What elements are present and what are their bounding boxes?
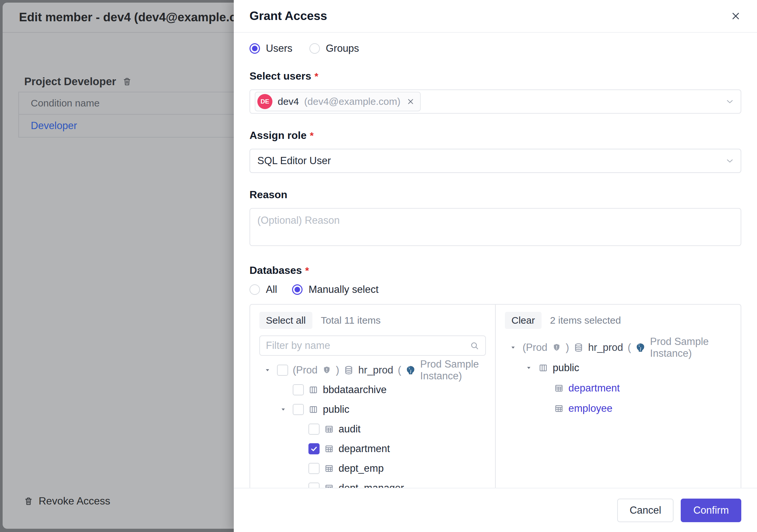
caret-down-icon[interactable]	[262, 367, 272, 373]
database-name: hr_prod	[588, 342, 623, 354]
caret-down-icon[interactable]	[278, 406, 288, 413]
caret-down-icon[interactable]	[524, 364, 534, 371]
cancel-button[interactable]: Cancel	[617, 499, 674, 522]
chevron-down-icon	[725, 97, 735, 107]
table-icon	[324, 483, 334, 488]
databases-radio-manually-select[interactable]: Manually select	[292, 284, 378, 296]
target-radio-users[interactable]: Users	[250, 43, 292, 54]
tree-row-employee[interactable]: employee	[505, 398, 732, 419]
databases-label: Databases*	[250, 265, 741, 276]
source-pane-header: Select all Total 11 items	[259, 312, 486, 329]
radio-dot	[309, 43, 320, 54]
postgres-icon	[406, 365, 415, 375]
condition-table-header: Condition name	[19, 92, 240, 115]
instance-label-open: (	[398, 364, 401, 376]
clear-button[interactable]: Clear	[505, 312, 542, 329]
schema-name: bbdataarchive	[323, 384, 387, 396]
schema-icon	[538, 363, 548, 373]
checkbox-dept_manager[interactable]	[308, 483, 319, 488]
environment-label-close: )	[336, 364, 339, 376]
screen: Edit member - dev4 (dev4@example.com) Pr…	[0, 0, 757, 532]
user-name: dev4	[278, 96, 299, 107]
database-icon	[574, 343, 584, 353]
drawer-body: UsersGroups Select users* DEdev4(dev4@ex…	[234, 33, 757, 488]
reason-label: Reason	[250, 189, 741, 201]
filter-input[interactable]	[266, 340, 469, 352]
remove-tag-icon[interactable]	[406, 97, 415, 106]
tree-row-audit[interactable]: audit	[259, 419, 486, 439]
confirm-button[interactable]: Confirm	[681, 499, 741, 522]
tree-row-dept_emp[interactable]: dept_emp	[259, 459, 486, 478]
table-icon	[324, 444, 334, 454]
edit-member-title: Edit member - dev4 (dev4@example.com)	[3, 3, 240, 33]
condition-link-developer[interactable]: Developer	[31, 120, 77, 132]
instance-name: Prod Sample Instance)	[420, 359, 486, 382]
target-radio-groups[interactable]: Groups	[309, 43, 359, 54]
tree-row-hr_prod[interactable]: (Prod)hr_prod(Prod Sample Instance)	[505, 337, 732, 358]
radio-dot	[292, 284, 303, 295]
environment-label: (Prod	[293, 364, 318, 376]
selected-user-tag: DEdev4(dev4@example.com)	[255, 92, 421, 111]
table-name: audit	[339, 423, 360, 435]
shield-alert-icon	[552, 343, 561, 352]
tree-row-department[interactable]: department	[259, 439, 486, 459]
postgres-icon	[636, 343, 645, 353]
tree-row-dept_manager[interactable]: dept_manager	[259, 478, 486, 488]
radio-dot	[250, 43, 260, 54]
reason-textarea[interactable]	[250, 208, 741, 246]
schema-icon	[308, 385, 318, 395]
trash-icon[interactable]	[122, 77, 132, 86]
instance-name: Prod Sample Instance)	[650, 336, 732, 360]
table-name: employee	[568, 403, 612, 414]
tree-row-department[interactable]: department	[505, 378, 732, 398]
trash-icon	[24, 496, 33, 506]
checkbox-department[interactable]	[308, 443, 319, 454]
drawer-footer: Cancel Confirm	[234, 488, 757, 532]
close-icon[interactable]	[730, 11, 741, 22]
tree-row-hr_prod[interactable]: (Prod)hr_prod(Prod Sample Instance)	[259, 360, 486, 380]
tree-row-public[interactable]: public	[505, 358, 732, 378]
drawer-header: Grant Access	[234, 0, 757, 33]
table-icon	[554, 404, 564, 413]
chevron-down-icon	[725, 156, 735, 166]
radio-label: All	[266, 284, 277, 296]
tree-row-bbdataarchive[interactable]: bbdataarchive	[259, 380, 486, 400]
tree-row-public[interactable]: public	[259, 400, 486, 419]
assign-role-select[interactable]: SQL Editor User	[250, 149, 741, 173]
required-asterisk: *	[305, 265, 309, 276]
assign-role-label: Assign role*	[250, 129, 741, 141]
transfer-source-pane: Select all Total 11 items (Prod)hr_prod(…	[250, 305, 495, 488]
checkbox-dept_emp[interactable]	[308, 463, 319, 474]
instance-label-open: (	[628, 342, 631, 354]
schema-name: public	[553, 362, 579, 374]
checkbox-bbdataarchive[interactable]	[293, 384, 304, 395]
avatar: DE	[257, 94, 272, 109]
caret-down-icon[interactable]	[508, 344, 518, 351]
table-name: dept_manager	[339, 482, 404, 488]
target-pane-header: Clear 2 items selected	[505, 312, 732, 329]
databases-radio-row: AllManually select	[250, 284, 741, 296]
role-group-title: Project Developer	[24, 75, 116, 88]
source-tree: (Prod)hr_prod(Prod Sample Instance)bbdat…	[259, 360, 486, 488]
checkbox-audit[interactable]	[308, 423, 319, 435]
user-email: (dev4@example.com)	[304, 96, 401, 107]
table-row: Developer	[19, 115, 240, 137]
required-asterisk: *	[315, 71, 318, 82]
radio-label: Groups	[326, 43, 359, 54]
table-icon	[324, 424, 334, 434]
database-icon	[344, 365, 354, 375]
revoke-access-button[interactable]: Revoke Access	[24, 495, 110, 507]
checkbox-public[interactable]	[293, 404, 304, 415]
database-transfer: Select all Total 11 items (Prod)hr_prod(…	[250, 304, 741, 488]
databases-radio-all[interactable]: All	[250, 284, 277, 296]
select-users-input[interactable]: DEdev4(dev4@example.com)	[250, 89, 741, 114]
transfer-target-pane: Clear 2 items selected (Prod)hr_prod(Pro…	[495, 305, 741, 488]
modal-backdrop: Edit member - dev4 (dev4@example.com) Pr…	[0, 0, 234, 532]
grant-access-drawer: Grant Access UsersGroups Select users* D…	[234, 0, 757, 532]
environment-label: (Prod	[523, 342, 547, 354]
target-selected-count: 2 items selected	[550, 315, 621, 326]
user-group-radio-row: UsersGroups	[250, 43, 741, 54]
environment-label-close: )	[566, 342, 569, 354]
checkbox-hr_prod[interactable]	[277, 364, 288, 376]
select-all-button[interactable]: Select all	[259, 312, 312, 329]
